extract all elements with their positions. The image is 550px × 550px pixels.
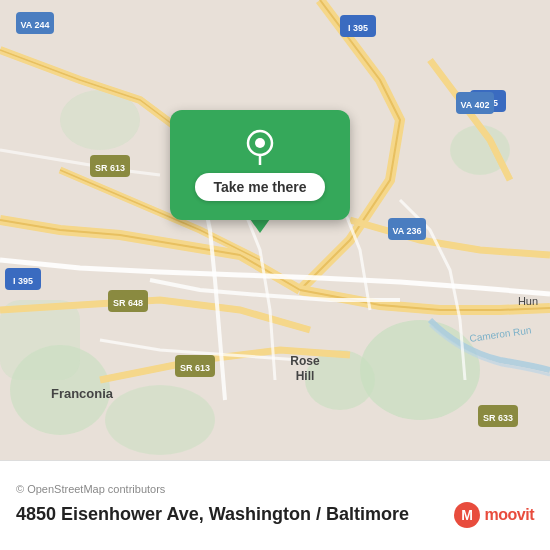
location-pin-icon [242, 129, 278, 165]
svg-text:SR 648: SR 648 [113, 298, 143, 308]
take-me-there-button[interactable]: Take me there [195, 173, 324, 201]
svg-text:Franconia: Franconia [51, 386, 114, 401]
popup-card: Take me there [170, 110, 350, 220]
svg-text:VA 244: VA 244 [20, 20, 49, 30]
moovit-label: moovit [485, 506, 534, 524]
svg-text:I 395: I 395 [348, 23, 368, 33]
svg-text:M: M [461, 507, 473, 523]
address-row: 4850 Eisenhower Ave, Washington / Baltim… [16, 501, 534, 529]
svg-text:I 395: I 395 [13, 276, 33, 286]
svg-text:Hun: Hun [518, 295, 538, 307]
svg-text:Hill: Hill [296, 369, 315, 383]
svg-text:SR 613: SR 613 [180, 363, 210, 373]
popup-tail [250, 219, 270, 233]
moovit-icon: M [453, 501, 481, 529]
map-attribution: © OpenStreetMap contributors [16, 483, 534, 495]
svg-point-36 [255, 138, 265, 148]
bottom-bar: © OpenStreetMap contributors 4850 Eisenh… [0, 460, 550, 550]
svg-text:Rose: Rose [290, 354, 320, 368]
svg-text:SR 633: SR 633 [483, 413, 513, 423]
moovit-logo: M moovit [453, 501, 534, 529]
svg-point-4 [105, 385, 215, 455]
map-container: VA 244 I 395 I 395 I 395 I 395 SR 613 SR… [0, 0, 550, 460]
svg-text:VA 402: VA 402 [460, 100, 489, 110]
popup-overlay: Take me there [155, 110, 365, 233]
svg-text:SR 613: SR 613 [95, 163, 125, 173]
address-text: 4850 Eisenhower Ave, Washington / Baltim… [16, 504, 409, 525]
svg-text:VA 236: VA 236 [392, 226, 421, 236]
